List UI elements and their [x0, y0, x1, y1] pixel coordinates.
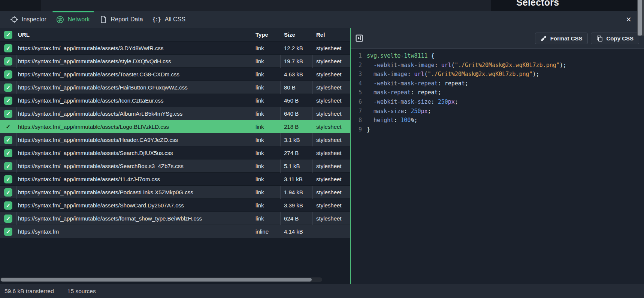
table-row[interactable]: ✓https://syntax.fm/_app/immutable/assets…	[0, 54, 350, 67]
code-token: "./Grit%20Mask@2x.wqK0L7zb.png"	[428, 71, 533, 77]
transfer-icon	[56, 16, 64, 24]
row-size: 12.2 kB	[280, 42, 312, 55]
line-number: 4	[356, 79, 362, 88]
css-toolbar: Format CSS Copy CSS	[351, 28, 644, 49]
row-checkbox[interactable]: ✓	[4, 110, 12, 118]
code-token: :	[431, 98, 438, 105]
row-check-cell: ✓	[0, 212, 16, 225]
format-css-button[interactable]: Format CSS	[535, 33, 588, 44]
close-button[interactable]: ×	[624, 15, 634, 24]
tab-inspector[interactable]: Inspector	[6, 11, 51, 28]
table-row[interactable]: ✓https://syntax.fm/_app/immutable/assets…	[0, 94, 350, 107]
braces-icon: {:}	[153, 16, 161, 23]
row-checkbox[interactable]: ✓	[4, 136, 12, 144]
table-row[interactable]: ✓https://syntax.fminline4.14 kB	[0, 225, 350, 238]
table-row[interactable]: ✓https://syntax.fm/_app/immutable/assets…	[0, 107, 350, 120]
line-number: 6	[356, 97, 362, 107]
row-size: 274 B	[280, 146, 312, 159]
code-token: (	[424, 71, 428, 77]
tab-all-css[interactable]: {:} All CSS	[149, 11, 190, 28]
code-token: :	[435, 62, 441, 69]
panel-toggle-icon[interactable]	[356, 34, 363, 42]
copy-icon	[596, 35, 603, 42]
row-checkbox[interactable]: ✓	[4, 57, 12, 66]
row-checkbox[interactable]: ✓	[4, 201, 12, 210]
row-checkbox[interactable]: ✓	[4, 70, 12, 79]
code-token: url	[414, 71, 424, 77]
row-rel	[312, 225, 350, 238]
code-token: px	[421, 108, 428, 115]
row-check-cell: ✓	[0, 68, 16, 81]
table-row[interactable]: ✓https://syntax.fm/_app/immutable/assets…	[0, 120, 350, 133]
code-token: 250	[411, 108, 421, 115]
crosshair-icon	[10, 16, 18, 23]
row-rel: stylesheet	[312, 212, 350, 225]
code-token: 100	[400, 117, 411, 124]
row-checkbox[interactable]: ✓	[4, 215, 12, 223]
row-rel: stylesheet	[312, 120, 350, 133]
table-row[interactable]: ✓https://syntax.fm/_app/immutable/assets…	[0, 172, 350, 185]
row-checkbox[interactable]: ✓	[4, 97, 12, 105]
table-row[interactable]: ✓https://syntax.fm/_app/immutable/assets…	[0, 67, 350, 80]
code-token: {	[428, 52, 435, 59]
table-row[interactable]: ✓https://syntax.fm/_app/immutable/assets…	[0, 159, 350, 172]
row-checkbox[interactable]: ✓	[4, 44, 12, 52]
row-check-cell: ✓	[0, 199, 16, 212]
row-checkbox[interactable]: ✓	[4, 175, 12, 183]
table-row[interactable]: ✓https://syntax.fm/_app/immutable/assets…	[0, 80, 350, 94]
code-token: %;	[411, 117, 417, 124]
row-checkbox[interactable]: ✓	[4, 228, 12, 236]
table-row[interactable]: ✓https://syntax.fm/_app/immutable/assets…	[0, 146, 350, 159]
row-size: 218 B	[280, 120, 312, 133]
row-type: link	[252, 68, 280, 81]
row-checkbox[interactable]: ✓	[4, 162, 12, 170]
backdrop-segment	[491, 0, 644, 11]
row-check-cell: ✓	[0, 146, 16, 159]
row-rel: stylesheet	[312, 68, 350, 81]
row-check-cell: ✓	[0, 225, 16, 238]
copy-css-label: Copy CSS	[606, 35, 634, 42]
horizontal-scrollbar-thumb[interactable]	[1, 278, 312, 282]
code-line: 2 -webkit-mask-image: url("./Grit%20Mask…	[356, 61, 644, 70]
code-token: (	[451, 62, 455, 69]
table-row[interactable]: ✓https://syntax.fm/_app/immutable/assets…	[0, 133, 350, 146]
page-backdrop: Selectors	[0, 0, 644, 11]
row-checkbox[interactable]: ✓	[4, 188, 12, 197]
table-row[interactable]: ✓https://syntax.fm/_app/immutable/assets…	[0, 41, 350, 54]
row-checkbox[interactable]: ✓	[4, 149, 12, 157]
table-header: ✓ URL Type Size Rel	[0, 28, 350, 41]
page-scrollbar[interactable]	[637, 0, 644, 36]
table-row[interactable]: ✓https://syntax.fm/_app/immutable/assets…	[0, 198, 350, 212]
row-type: inline	[252, 225, 280, 238]
table-row[interactable]: ✓https://syntax.fm/_app/immutable/assets…	[0, 212, 350, 225]
row-check-cell: ✓	[0, 107, 16, 120]
tab-bar: Inspector Network Report Data {:}	[0, 11, 644, 28]
table-row[interactable]: ✓https://syntax.fm/_app/immutable/assets…	[0, 185, 350, 198]
row-url: https://syntax.fm/_app/immutable/assets/…	[16, 68, 252, 81]
row-rel: stylesheet	[312, 159, 350, 173]
line-number: 7	[356, 107, 362, 116]
row-type: link	[252, 107, 280, 120]
code-token: ;	[438, 89, 441, 96]
transferred-total: 59.6 kB transferred	[4, 288, 54, 295]
tab-report-data[interactable]: Report Data	[96, 11, 147, 28]
row-size: 5.1 kB	[280, 159, 312, 173]
tab-network[interactable]: Network	[52, 11, 94, 28]
row-checkbox[interactable]: ✓	[4, 83, 12, 92]
row-rel: stylesheet	[312, 94, 350, 107]
row-check-cell: ✓	[0, 173, 16, 186]
horizontal-scrollbar[interactable]	[0, 277, 322, 282]
row-rel: stylesheet	[312, 199, 350, 212]
row-size: 3.39 kB	[280, 199, 312, 212]
page-scrollbar-thumb[interactable]	[638, 0, 642, 36]
code-line: 7 mask-size: 250px;	[356, 107, 644, 116]
code-token: -webkit-mask-repeat	[374, 80, 438, 87]
row-type: link	[252, 42, 280, 55]
css-code-viewer[interactable]: 1svg.svelte-1tw8111 {2 -webkit-mask-imag…	[351, 49, 644, 284]
row-url: https://syntax.fm/_app/immutable/assets/…	[16, 55, 252, 68]
select-all-checkbox[interactable]: ✓	[4, 31, 12, 39]
code-token: px	[448, 98, 455, 105]
row-checkbox[interactable]: ✓	[6, 123, 10, 130]
tab-label: All CSS	[165, 16, 185, 23]
copy-css-button[interactable]: Copy CSS	[591, 33, 639, 44]
